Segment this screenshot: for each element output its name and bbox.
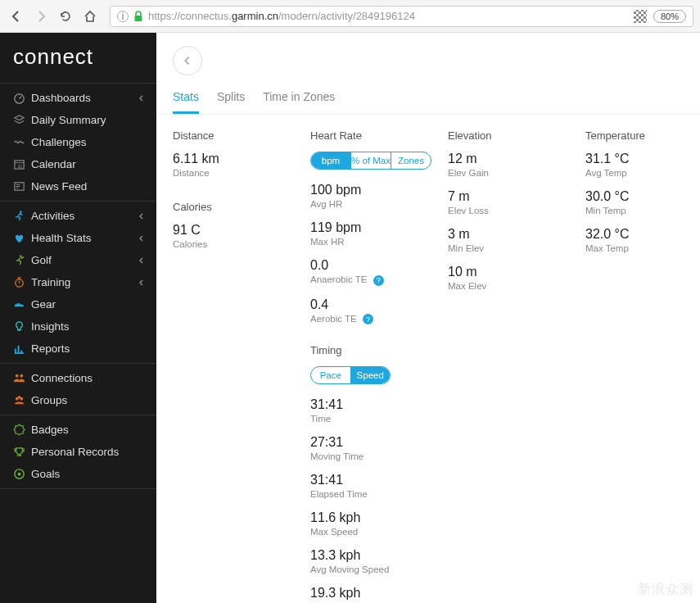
tab-time-in-zones[interactable]: Time in Zones [263, 90, 335, 114]
metric-sublabel: Avg HR [310, 199, 448, 209]
zoom-badge[interactable]: 80% [653, 10, 686, 23]
tab-stats[interactable]: Stats [173, 90, 199, 114]
speedometer-icon [13, 92, 31, 104]
pill-pace[interactable]: Pace [311, 367, 350, 383]
forward-icon [31, 7, 51, 26]
chevron-down-icon [137, 212, 145, 220]
svg-point-6 [20, 255, 22, 257]
chevron-down-icon [137, 279, 145, 287]
shoe-icon [13, 298, 31, 311]
info-icon[interactable]: ? [363, 314, 373, 324]
metric-sublabel: Max Elev [448, 281, 585, 291]
metric-value: 31:41 [310, 473, 448, 487]
temperature-metric: 32.0 °CMax Temp [585, 227, 684, 253]
metric-sublabel: Max Speed [310, 527, 448, 537]
metric-value: 119 bpm [310, 220, 448, 235]
sidebar-item-daily-summary[interactable]: Daily Summary [0, 109, 156, 131]
pill-zones[interactable]: Zones [391, 152, 431, 169]
sidebar-item-connections[interactable]: Connections [0, 367, 156, 389]
metric-sublabel: Elapsed Time [310, 489, 448, 499]
tab-splits[interactable]: Splits [217, 90, 245, 114]
sidebar-item-gear[interactable]: Gear [0, 293, 156, 315]
calendar-icon: 31 [13, 158, 31, 170]
section-distance: Distance [173, 129, 310, 142]
pill-speed[interactable]: Speed [350, 367, 391, 383]
sidebar-item-calendar[interactable]: 31Calendar [0, 153, 156, 175]
sidebar-item-label: Calendar [31, 158, 76, 170]
bulb-icon [13, 320, 31, 333]
timing-metric: 27:31Moving Time [310, 435, 448, 461]
svg-marker-13 [14, 424, 25, 435]
metric-calories: 91 C Calories [173, 223, 310, 249]
info-icon[interactable]: ? [373, 275, 384, 286]
hr-metric: 119 bpmMax HR [310, 220, 448, 247]
metric-sublabel: Time [310, 414, 448, 424]
sidebar-item-health-stats[interactable]: Health Stats [0, 227, 156, 249]
metric-sublabel: Avg Temp [585, 168, 684, 178]
sidebar-item-goals[interactable]: Goals [0, 463, 156, 485]
metric-value: 13.3 kph [310, 548, 448, 563]
sidebar-item-challenges[interactable]: Challenges [0, 131, 156, 153]
sidebar-item-news-feed[interactable]: News Feed [0, 175, 156, 197]
metric-value: 7 m [448, 189, 585, 204]
metric-value: 11.6 kph [310, 510, 448, 525]
sidebar-item-label: Reports [31, 342, 70, 355]
back-icon[interactable] [7, 7, 26, 26]
sidebar-item-insights[interactable]: Insights [0, 315, 156, 338]
sidebar-item-label: Golf [31, 254, 52, 266]
url-text: https://connectus.garmin.cn/modern/activ… [148, 10, 415, 22]
svg-point-15 [18, 473, 21, 476]
elevation-metric: 10 mMax Elev [448, 265, 585, 291]
page-back-button[interactable] [173, 46, 202, 75]
sidebar-item-groups[interactable]: Groups [0, 389, 156, 411]
svg-rect-0 [135, 16, 142, 21]
metric-value: 31.1 °C [585, 152, 684, 166]
logo: connect [0, 33, 156, 83]
sidebar-item-reports[interactable]: Reports [0, 338, 156, 360]
metric-value: 100 bpm [310, 183, 448, 197]
timing-pill-group: Pace Speed [310, 366, 391, 384]
sidebar-item-activities[interactable]: Activities [0, 205, 156, 227]
temperature-metric: 31.1 °CAvg Temp [585, 152, 684, 178]
pill-bpm[interactable]: bpm [311, 152, 350, 169]
tabs: Stats Splits Time in Zones [156, 90, 700, 115]
hr-metric: 0.0Anaerobic TE ? [310, 258, 448, 286]
metric-value: 0.4 [310, 297, 448, 312]
sidebar-item-training[interactable]: Training [0, 271, 156, 293]
svg-point-9 [20, 374, 23, 378]
info-icon[interactable]: i [117, 11, 129, 22]
sidebar-item-badges[interactable]: Badges [0, 419, 156, 441]
metric-value: 30.0 °C [585, 189, 684, 204]
reload-icon[interactable] [56, 7, 75, 26]
sidebar-item-label: Badges [31, 424, 69, 436]
chevron-down-icon [137, 234, 145, 243]
qr-icon[interactable] [634, 10, 647, 23]
pill-pct-max[interactable]: % of Max [350, 152, 391, 169]
metric-value: 32.0 °C [585, 227, 684, 242]
chevron-down-icon [137, 256, 145, 265]
sidebar-item-label: Personal Records [31, 446, 119, 458]
svg-point-8 [16, 374, 19, 378]
elevation-metric: 7 mElev Loss [448, 189, 585, 215]
sidebar-item-golf[interactable]: Golf [0, 249, 156, 271]
elevation-metric: 12 mElev Gain [448, 152, 585, 178]
sidebar-item-label: Goals [31, 468, 60, 480]
sidebar-item-dashboards[interactable]: Dashboards [0, 87, 156, 109]
group-icon [13, 394, 31, 406]
hr-metric: 0.4Aerobic TE ? [310, 297, 448, 325]
timing-metric: 31:41Time [310, 397, 448, 424]
main-panel: Stats Splits Time in Zones Distance 6.11… [156, 33, 700, 603]
sidebar-item-label: Gear [31, 298, 56, 311]
metric-value: 3 m [448, 227, 585, 242]
metric-value: 19.3 kph [310, 586, 448, 601]
home-icon[interactable] [80, 7, 100, 26]
target-icon [13, 468, 31, 480]
chevron-down-icon [137, 94, 145, 102]
sidebar-item-label: Activities [31, 210, 75, 222]
metric-sublabel: Min Temp [585, 206, 684, 215]
sidebar-item-personal-records[interactable]: Personal Records [0, 441, 156, 463]
app: connect DashboardsDaily SummaryChallenge… [0, 33, 700, 603]
browser-chrome: i https://connectus.garmin.cn/modern/act… [0, 0, 700, 33]
address-bar[interactable]: i https://connectus.garmin.cn/modern/act… [110, 6, 693, 27]
section-elevation: Elevation [448, 129, 585, 142]
